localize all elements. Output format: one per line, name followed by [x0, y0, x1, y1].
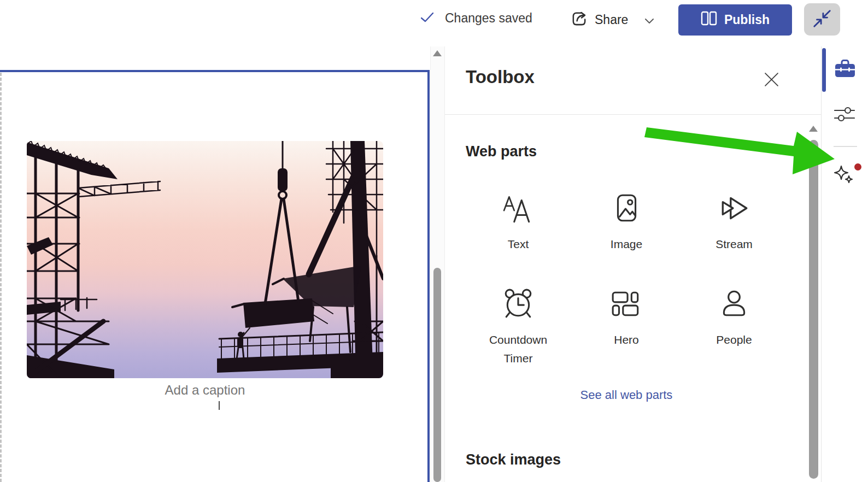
- toolbox-header-divider: [445, 114, 821, 115]
- page-details-pane-button[interactable]: [834, 107, 855, 124]
- canvas-scroll-up-arrow[interactable]: [433, 50, 442, 56]
- publish-label: Publish: [724, 13, 770, 27]
- rail-divider: [834, 146, 857, 147]
- stock-images-heading: Stock images: [466, 451, 561, 468]
- hero-icon: [585, 287, 667, 320]
- chevron-down-icon: [645, 13, 654, 27]
- web-part-people[interactable]: People: [693, 287, 775, 349]
- toolbox-title: Toolbox: [466, 67, 535, 87]
- toolbox-close-button[interactable]: [762, 71, 781, 90]
- share-label: Share: [595, 13, 628, 27]
- toolbox-briefcase-icon: [835, 72, 855, 80]
- copilot-sparkle-button[interactable]: [832, 164, 856, 190]
- sharepoint-page-editor: Changes saved Share Publish: [0, 0, 868, 482]
- web-part-label: Stream: [693, 235, 775, 254]
- toolbox-scrollbar-thumb[interactable]: [809, 140, 818, 479]
- web-part-label: Hero: [585, 331, 667, 349]
- book-icon: [701, 11, 717, 29]
- web-part-countdown-timer[interactable]: Countdown Timer: [477, 287, 559, 368]
- toolbox-scroll-up-arrow[interactable]: [809, 126, 818, 132]
- text-cursor: [219, 401, 220, 410]
- image-icon: [585, 191, 667, 224]
- web-part-image[interactable]: Image: [585, 191, 667, 254]
- share-button[interactable]: Share: [571, 10, 654, 30]
- people-icon: [693, 287, 775, 320]
- toolbox-panel-right-border: [821, 46, 822, 482]
- publish-button[interactable]: Publish: [678, 4, 792, 36]
- web-parts-heading: Web parts: [466, 143, 537, 160]
- web-part-label: People: [693, 331, 775, 349]
- countdown-timer-icon: [477, 287, 559, 320]
- section-dashed-edge: [0, 73, 2, 482]
- web-part-label: Countdown Timer: [477, 331, 559, 368]
- active-pane-indicator: [822, 48, 826, 92]
- web-part-hero[interactable]: Hero: [585, 287, 667, 349]
- share-icon: [571, 10, 588, 30]
- collapse-pane-button[interactable]: [804, 3, 840, 36]
- construction-photo: [27, 141, 383, 378]
- close-icon: [764, 80, 779, 89]
- toolbox-pane-button[interactable]: [835, 58, 855, 80]
- canvas-scrollbar-thumb[interactable]: [433, 268, 441, 482]
- sparkle-icon: [832, 181, 856, 190]
- changes-saved-status: Changes saved: [421, 11, 532, 26]
- checkmark-icon: [421, 11, 434, 26]
- changes-saved-label: Changes saved: [445, 11, 532, 26]
- see-all-web-parts-link[interactable]: See all web parts: [544, 388, 708, 402]
- stream-icon: [693, 191, 775, 224]
- collapse-icon: [812, 8, 832, 31]
- text-icon: [477, 191, 559, 224]
- sliders-icon: [834, 115, 855, 124]
- web-part-label: Text: [477, 235, 559, 254]
- image-web-part[interactable]: [27, 141, 383, 378]
- web-part-text[interactable]: Text: [477, 191, 559, 254]
- toolbox-panel-left-border: [444, 46, 445, 482]
- web-part-stream[interactable]: Stream: [693, 191, 775, 254]
- image-caption-placeholder[interactable]: Add a caption: [27, 383, 383, 398]
- web-part-label: Image: [585, 235, 667, 254]
